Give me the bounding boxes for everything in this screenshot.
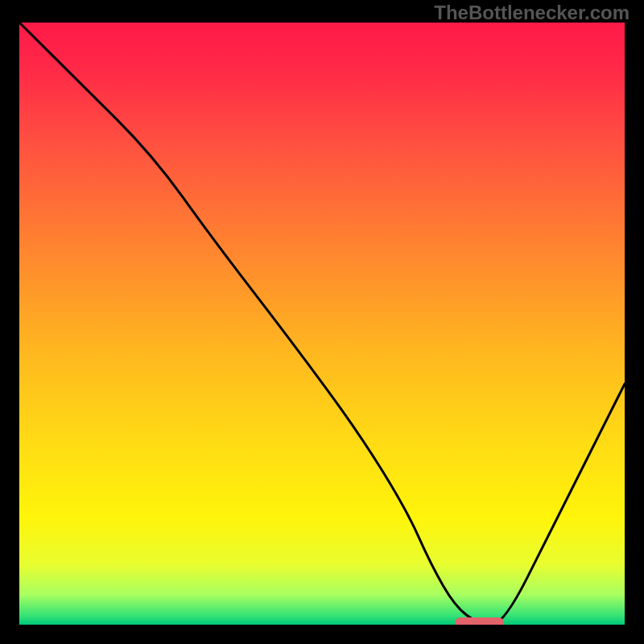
optimal-marker (455, 617, 503, 625)
watermark-title: TheBottlenecker.com (434, 2, 630, 24)
chart-svg (19, 23, 625, 625)
plot-area (19, 23, 625, 625)
chart-frame: TheBottlenecker.com (0, 0, 644, 644)
